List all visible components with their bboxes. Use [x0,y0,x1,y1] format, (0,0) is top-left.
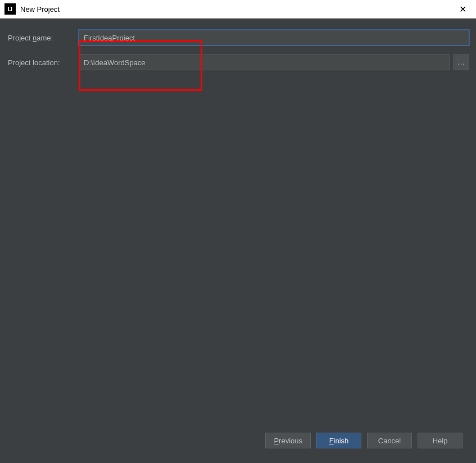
project-name-row: Project name: [7,30,469,46]
form-area: Project name: Project location: ... [7,30,469,70]
project-name-label: Project name: [7,34,79,42]
cancel-button[interactable]: Cancel [367,433,412,448]
help-button[interactable]: Help [418,433,463,448]
window-title: New Project [20,5,451,13]
previous-button[interactable]: Previous [265,433,311,448]
close-button[interactable]: ✕ [451,1,474,17]
ellipsis-icon: ... [457,58,465,66]
close-icon: ✕ [459,4,466,15]
project-name-input[interactable] [79,30,469,46]
browse-location-button[interactable]: ... [454,55,469,70]
project-location-input[interactable] [79,55,450,70]
intellij-app-icon: IJ [4,3,16,15]
dialog-content: Project name: Project location: ... [0,19,476,463]
project-location-row: Project location: ... [7,55,469,70]
project-location-label: Project location: [7,58,79,67]
titlebar: IJ New Project ✕ [0,0,476,19]
button-bar: Previous Finish Cancel Help [7,426,469,456]
finish-button[interactable]: Finish [316,433,361,448]
new-project-dialog: IJ New Project ✕ Project name: Project l… [0,0,476,463]
